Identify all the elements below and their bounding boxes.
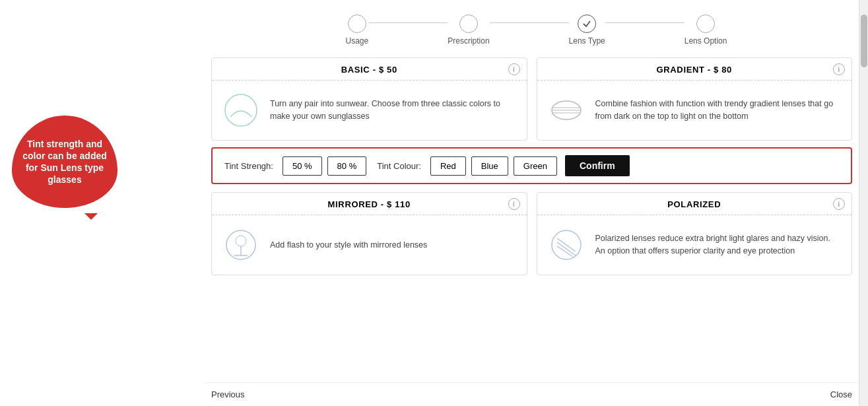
bottom-nav: Previous Close [205, 382, 859, 406]
card-polarized[interactable]: POLARIZED i Polarized lenses reduce extr… [537, 192, 853, 275]
card-header-polarized: POLARIZED i [537, 193, 852, 215]
progress-step-prescription: Prescription [448, 15, 489, 46]
card-title-mirrored: MIRRORED - $ 110 [328, 199, 411, 209]
card-mirrored[interactable]: MIRRORED - $ 110 i Add flash to your sty… [211, 192, 527, 275]
close-button[interactable]: Close [830, 389, 852, 399]
step-line-3 [605, 22, 684, 24]
card-desc-basic: Turn any pair into sunwear. Choose from … [270, 98, 517, 123]
step-line-2 [490, 22, 569, 24]
progress-bar: Usage Prescription Lens Type Lens Option [211, 0, 861, 57]
step-label-prescription: Prescription [448, 36, 489, 46]
card-body-basic: Turn any pair into sunwear. Choose from … [212, 81, 527, 140]
step-label-lensoption: Lens Option [684, 36, 727, 46]
step-line-1 [368, 22, 448, 24]
cards-grid-bottom: MIRRORED - $ 110 i Add flash to your sty… [211, 192, 861, 275]
previous-button[interactable]: Previous [211, 389, 245, 399]
card-desc-gradient: Combine fashion with function with trend… [595, 98, 843, 123]
progress-step-lensoption: Lens Option [684, 15, 727, 46]
card-title-polarized: POLARIZED [667, 199, 721, 209]
info-icon-gradient[interactable]: i [833, 63, 845, 75]
svg-line-11 [557, 242, 576, 255]
tint-colour-label: Tint Colour: [377, 161, 421, 171]
tint-controls: Tint Strengh: 50 % 80 % Tint Colour: Red… [211, 147, 852, 184]
info-icon-polarized[interactable]: i [833, 198, 845, 210]
progress-step-lenstype: Lens Type [569, 15, 605, 46]
confirm-button[interactable]: Confirm [565, 155, 630, 176]
card-title-basic: BASIC - $ 50 [341, 65, 397, 75]
card-body-gradient: Combine fashion with function with trend… [537, 81, 852, 140]
mirrored-lens-icon [221, 225, 261, 265]
card-body-mirrored: Add flash to your style with mirrored le… [212, 215, 527, 275]
card-body-polarized: Polarized lenses reduce extra bright lig… [537, 215, 852, 275]
svg-point-0 [225, 94, 257, 126]
step-circle-usage [348, 15, 366, 33]
step-circle-lensoption [696, 15, 715, 33]
tint-colour-green[interactable]: Green [514, 156, 557, 176]
card-desc-mirrored: Add flash to your style with mirrored le… [270, 239, 427, 252]
tint-strength-label: Tint Strengh: [224, 161, 273, 171]
step-label-lenstype: Lens Type [569, 36, 605, 46]
tint-option-80[interactable]: 80 % [327, 156, 367, 176]
card-title-gradient: GRADIENT - $ 80 [657, 65, 733, 75]
cards-grid-top: BASIC - $ 50 i Turn any pair into sunwea… [211, 57, 861, 141]
step-label-usage: Usage [346, 36, 369, 46]
tint-colour-blue[interactable]: Blue [471, 156, 508, 176]
basic-lens-icon [221, 90, 261, 130]
svg-point-6 [236, 236, 246, 246]
step-circle-prescription [459, 15, 478, 33]
card-basic[interactable]: BASIC - $ 50 i Turn any pair into sunwea… [211, 57, 527, 141]
card-header-mirrored: MIRRORED - $ 110 i [212, 193, 527, 215]
gradient-lens-icon [547, 90, 586, 130]
tooltip-text: Tint strength and color can be added for… [22, 138, 108, 186]
svg-line-10 [557, 238, 576, 252]
progress-step-usage: Usage [346, 15, 369, 46]
info-icon-basic[interactable]: i [508, 63, 520, 75]
tint-colour-red[interactable]: Red [430, 156, 466, 176]
tooltip-bubble: Tint strength and color can be added for… [12, 116, 117, 208]
step-circle-lenstype [578, 15, 596, 33]
main-content: Usage Prescription Lens Type Lens Option [205, 0, 868, 406]
card-header-basic: BASIC - $ 50 i [212, 58, 527, 81]
card-header-gradient: GRADIENT - $ 80 i [537, 58, 852, 81]
card-desc-polarized: Polarized lenses reduce extra bright lig… [595, 232, 843, 257]
polarized-lens-icon [547, 225, 586, 265]
tint-option-50[interactable]: 50 % [283, 156, 322, 176]
card-gradient[interactable]: GRADIENT - $ 80 i Combine fashion with f… [537, 57, 853, 141]
info-icon-mirrored[interactable]: i [508, 198, 520, 210]
